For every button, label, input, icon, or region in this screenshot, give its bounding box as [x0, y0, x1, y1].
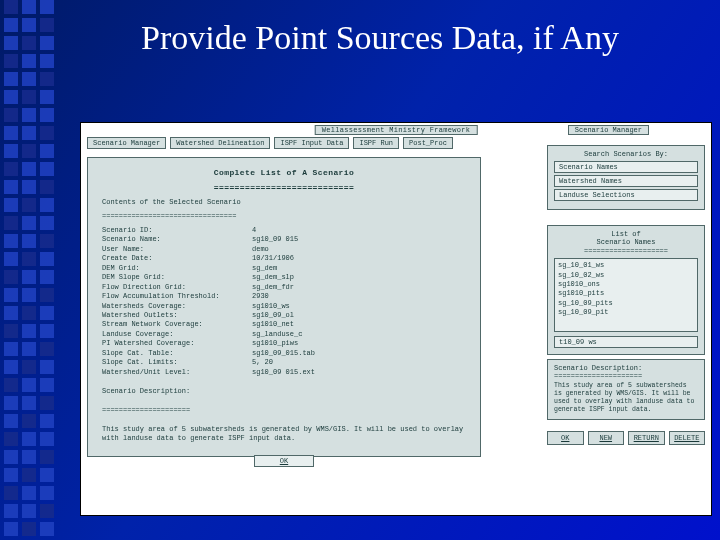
- slide-background: Provide Point Sources Data, if Any Wella…: [0, 0, 720, 540]
- detail-row: Watershed Outlets:sg10_09_ol: [102, 311, 466, 320]
- detail-key: Watershed Outlets:: [102, 311, 252, 320]
- scenario-desc-rule: =====================: [102, 406, 466, 415]
- detail-value: sg10_09_ol: [252, 311, 466, 320]
- detail-row: Flow Direction Grid:sg_dem_fdr: [102, 283, 466, 292]
- detail-key: Flow Accumulation Threshold:: [102, 292, 252, 301]
- scenario-list-extra[interactable]: t10_09 ws: [554, 336, 698, 348]
- list-item[interactable]: sg_10_09_pits: [558, 299, 694, 308]
- tab-scenario-manager[interactable]: Scenario Manager: [87, 137, 166, 149]
- detail-key: PI Watershed Coverage:: [102, 339, 252, 348]
- detail-row: Slope Cat. Table:sg10_09_015.tab: [102, 349, 466, 358]
- slide-title: Provide Point Sources Data, if Any: [60, 18, 700, 57]
- detail-row: Scenario Name:sg10_09 015: [102, 235, 466, 244]
- detail-value: sg1010_ws: [252, 302, 466, 311]
- detail-row: Landuse Coverage:sg_landuse_c: [102, 330, 466, 339]
- app-screenshot: Wellassessment Ministry Framework Scenar…: [80, 122, 712, 516]
- tab-ispf-input-data[interactable]: ISPF Input Data: [274, 137, 349, 149]
- detail-key: Stream Network Coverage:: [102, 320, 252, 329]
- detail-value: sg_dem_slp: [252, 273, 466, 282]
- detail-value: sg1010_net: [252, 320, 466, 329]
- detail-row: Flow Accumulation Threshold:2930: [102, 292, 466, 301]
- detail-value: 5, 20: [252, 358, 466, 367]
- detail-value: sg_dem: [252, 264, 466, 273]
- detail-value: 2930: [252, 292, 466, 301]
- detail-key: Watershed/Unit Level:: [102, 368, 252, 377]
- detail-key: Flow Direction Grid:: [102, 283, 252, 292]
- delete-button[interactable]: DELETE: [669, 431, 706, 445]
- detail-row: Create Date:10/31/1906: [102, 254, 466, 263]
- detail-value: sg10_09 015: [252, 235, 466, 244]
- detail-key: Slope Cat. Table:: [102, 349, 252, 358]
- panel-heading: Complete List of A Scenario: [102, 168, 466, 177]
- detail-row: Watershed/Unit Level:sg10_09 015.ext: [102, 368, 466, 377]
- search-by-landuse[interactable]: Landuse Selections: [554, 189, 698, 201]
- scenario-desc-body: This study area of 5 subwatersheds is ge…: [102, 425, 466, 443]
- detail-row: Watersheds Coverage:sg1010_ws: [102, 302, 466, 311]
- panel-subheading: Contents of the Selected Scenario: [102, 198, 466, 206]
- new-button[interactable]: NEW: [588, 431, 625, 445]
- top-tab-bar: Scenario Manager Watershed Delineation I…: [87, 137, 453, 149]
- panel-heading-rule: ===========================: [102, 183, 466, 192]
- detail-value: 4: [252, 226, 466, 235]
- detail-value: demo: [252, 245, 466, 254]
- detail-value: sg10_09 015.ext: [252, 368, 466, 377]
- search-by-scenario-names[interactable]: Scenario Names: [554, 161, 698, 173]
- detail-value: sg_dem_fdr: [252, 283, 466, 292]
- search-scenarios-box: Search Scenarios By: Scenario Names Wate…: [547, 145, 705, 210]
- desc-heading: Scenario Description:: [554, 364, 698, 372]
- detail-row: Slope Cat. Limits:5, 20: [102, 358, 466, 367]
- list-item[interactable]: sg_10_02_ws: [558, 271, 694, 280]
- tab-watershed-delineation[interactable]: Watershed Delineation: [170, 137, 270, 149]
- detail-key: Landuse Coverage:: [102, 330, 252, 339]
- list-item[interactable]: sg1010_pits: [558, 289, 694, 298]
- detail-key: Create Date:: [102, 254, 252, 263]
- detail-row: Scenario ID:4: [102, 226, 466, 235]
- detail-rows: Scenario ID:4Scenario Name:sg10_09 015Us…: [102, 226, 466, 377]
- detail-key: Scenario Name:: [102, 235, 252, 244]
- scenario-description-box: Scenario Description: ==================…: [547, 359, 705, 420]
- decorative-squares: [4, 0, 62, 540]
- detail-key: DEM Grid:: [102, 264, 252, 273]
- detail-value: sg_landuse_c: [252, 330, 466, 339]
- list-item[interactable]: sg_10_09_pit: [558, 308, 694, 317]
- detail-row: DEM Grid:sg_dem: [102, 264, 466, 273]
- scenario-list-heading: List of Scenario Names =================…: [554, 230, 698, 255]
- detail-key: Scenario ID:: [102, 226, 252, 235]
- detail-row: PI Watershed Coverage:sg1010_piws: [102, 339, 466, 348]
- return-button[interactable]: RETURN: [628, 431, 665, 445]
- detail-key: DEM Slope Grid:: [102, 273, 252, 282]
- list-item[interactable]: sg1010_ons: [558, 280, 694, 289]
- tab-ispf-run[interactable]: ISPF Run: [353, 137, 399, 149]
- desc-rule: =====================: [554, 372, 698, 380]
- detail-value: sg1010_piws: [252, 339, 466, 348]
- detail-row: User Name:demo: [102, 245, 466, 254]
- search-by-watershed-names[interactable]: Watershed Names: [554, 175, 698, 187]
- detail-value: sg10_09_015.tab: [252, 349, 466, 358]
- window-title: Wellassessment Ministry Framework: [315, 125, 478, 135]
- scenario-detail-panel: Complete List of A Scenario ============…: [87, 157, 481, 457]
- scenario-desc-heading: Scenario Description:: [102, 387, 466, 396]
- panel-subheading-rule: ================================: [102, 212, 466, 220]
- detail-row: Stream Network Coverage:sg1010_net: [102, 320, 466, 329]
- search-heading: Search Scenarios By:: [554, 150, 698, 158]
- detail-key: Slope Cat. Limits:: [102, 358, 252, 367]
- ok-button[interactable]: OK: [254, 455, 314, 467]
- desc-body: This study area of 5 subwatersheds is ge…: [554, 382, 698, 415]
- detail-key: Watersheds Coverage:: [102, 302, 252, 311]
- list-item[interactable]: sg_10_01_ws: [558, 261, 694, 270]
- detail-value: 10/31/1906: [252, 254, 466, 263]
- ok-button-right[interactable]: OK: [547, 431, 584, 445]
- scenario-list-box: List of Scenario Names =================…: [547, 225, 705, 355]
- tab-post-proc[interactable]: Post_Proc: [403, 137, 453, 149]
- detail-row: DEM Slope Grid:sg_dem_slp: [102, 273, 466, 282]
- detail-key: User Name:: [102, 245, 252, 254]
- scenario-manager-label: Scenario Manager: [568, 125, 649, 135]
- scenario-list-scroll[interactable]: sg_10_01_wssg_10_02_wssg1010_onssg1010_p…: [554, 258, 698, 332]
- action-button-row: OK NEW RETURN DELETE: [547, 431, 705, 445]
